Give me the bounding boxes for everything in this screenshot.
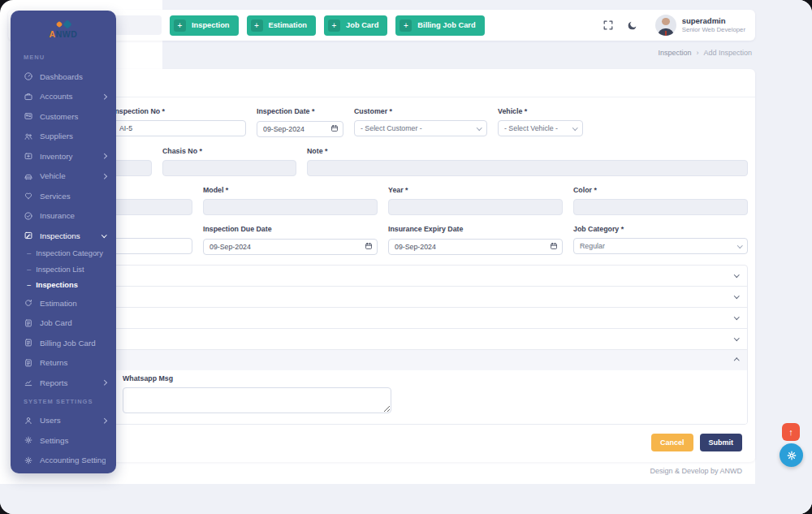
chevron-right-icon (102, 380, 106, 385)
chevron-down-icon (737, 243, 742, 248)
chart-icon (24, 378, 33, 387)
inspection-no-input[interactable] (113, 120, 246, 136)
gear-icon (24, 435, 33, 445)
vehicle-select[interactable]: - Select Vehicle - (498, 120, 583, 136)
sidebar-item-accounts[interactable]: Accounts (11, 87, 116, 107)
add-inspection-button[interactable]: + Inspection (170, 15, 239, 36)
arrow-up-icon: ↑ (788, 427, 793, 437)
sidebar-item-settings[interactable]: Settings (11, 430, 116, 451)
vehicle-field: Vehicle * - Select Vehicle - (498, 107, 583, 137)
chevron-right-icon (102, 174, 106, 179)
gear-icon (786, 450, 797, 461)
chevron-down-icon (477, 125, 482, 130)
fullscreen-icon[interactable] (600, 19, 616, 31)
year-field: Year * (388, 186, 563, 215)
sidebar-item-dashboards[interactable]: Dashboards (11, 67, 116, 87)
add-estimation-button[interactable]: + Estimation (247, 15, 317, 36)
sidebar-nav: MENU Dashboards Accounts Customers Suppl… (11, 49, 116, 467)
sidebar-item-insurance[interactable]: Insurance (11, 206, 116, 227)
chevron-up-icon (734, 358, 739, 363)
accordion-inspection-detail: Inspection Detail (19, 266, 747, 286)
delivery-tech-details-body: Advisor * Select Advisor Whatsapp Msg (19, 370, 747, 424)
sidebar-item-customers[interactable]: Customers (11, 106, 116, 127)
user-icon (24, 416, 33, 425)
user-menu[interactable]: superadmin Senior Web Developer (649, 15, 749, 36)
accordion-technician-remarks-header[interactable]: Technician Remarks (19, 329, 747, 349)
chevron-down-icon (734, 335, 739, 340)
footer-credit: Design & Develop by ANWD (650, 467, 742, 475)
file-icon (24, 358, 33, 368)
sidebar-item-services[interactable]: Services (11, 186, 116, 206)
edit-square-icon (24, 231, 33, 240)
plus-icon: + (328, 19, 340, 32)
sidebar-item-inventory[interactable]: Inventory (11, 146, 116, 166)
sidebar-item-vehicle[interactable]: Vehicle (11, 166, 116, 187)
insurance-icon (24, 211, 33, 221)
sidebar-item-accounting-settings[interactable]: Accounting Settings (11, 451, 116, 468)
inspection-date-field: Inspection Date * (257, 107, 343, 137)
brand-logo-icon (57, 21, 71, 28)
sidebar-item-returns[interactable]: Returns (11, 353, 116, 374)
accordion-delivery-tech-details-header[interactable]: Delivery & Tech Details (19, 350, 747, 370)
sidebar-item-billing-job-card[interactable]: Billing Job Card (11, 333, 116, 353)
breadcrumb: Inspection › Add Inspection (658, 49, 752, 57)
card-footer: Cancel Submit (11, 425, 755, 462)
scroll-to-top-button[interactable]: ↑ (782, 423, 800, 441)
dark-mode-moon-icon[interactable] (624, 19, 641, 31)
form-row-4: Mileage Inspection Due Date Insurance Ex… (18, 225, 748, 255)
support-settings-fab[interactable] (780, 443, 803, 467)
add-job-card-button[interactable]: + Job Card (324, 15, 387, 36)
suppliers-icon (24, 132, 33, 141)
page-head: INSPECTION Inspection › Add Inspection (8, 43, 755, 63)
color-input (573, 199, 748, 215)
sidebar-item-suppliers[interactable]: Suppliers (11, 127, 116, 147)
accordion-job-description: Job Description (19, 286, 747, 307)
chevron-right-icon (102, 94, 106, 99)
insurance-expiry-date-field: Insurance Expiry Date (388, 225, 563, 255)
submit-button[interactable]: Submit (700, 434, 743, 451)
form-row-3: Brand * Model * Year * Color * (18, 186, 748, 215)
add-billing-job-card-button[interactable]: + Billing Job Card (395, 15, 484, 36)
form-row-2: Plate No * Chasis No * Note * (18, 147, 748, 176)
accordion-job-description-header[interactable]: Job Description (19, 287, 747, 307)
sidebar-subitem-inspections[interactable]: – Inspections (11, 278, 116, 294)
sidebar-item-users[interactable]: Users (11, 411, 116, 431)
accordion-technician-remarks: Technician Remarks (19, 328, 747, 349)
customer-field: Customer * - Select Customer - (354, 107, 487, 137)
bottom-band (0, 484, 812, 514)
topbar: + Inspection + Estimation + Job Card + B… (8, 10, 755, 41)
chasis-no-input (162, 160, 296, 176)
car-icon (24, 171, 33, 181)
sidebar-item-estimation[interactable]: Estimation (11, 293, 116, 313)
chevron-right-icon (102, 153, 106, 158)
brand-logo[interactable]: ANWD (11, 21, 116, 39)
accordion-inspection-detail-header[interactable]: Inspection Detail (19, 266, 747, 286)
chevron-down-icon (734, 293, 739, 298)
sidebar-item-reports[interactable]: Reports (11, 373, 116, 393)
sidebar-item-job-card[interactable]: Job Card (11, 313, 116, 334)
cancel-button[interactable]: Cancel (651, 434, 693, 451)
user-role: Senior Web Developer (682, 26, 745, 34)
job-category-field: Job Category * Regular (573, 225, 748, 255)
card-title: Add Inspection (11, 69, 755, 97)
sidebar: ANWD MENU Dashboards Accounts Customers … (11, 11, 116, 473)
inspection-date-input[interactable] (257, 121, 343, 137)
sidebar-item-inspections[interactable]: Inspections (11, 226, 116, 246)
customer-select[interactable]: - Select Customer - (354, 120, 487, 136)
file-icon (24, 318, 33, 328)
add-inspection-card: Add Inspection Branch * Select Branch In… (11, 69, 755, 462)
inspection-no-field: Inspection No * (113, 107, 246, 137)
insurance-expiry-date-input[interactable] (388, 239, 563, 255)
system-section-label: SYSTEM SETTINGS (11, 398, 116, 405)
plus-icon: + (174, 19, 186, 32)
accordion-inspection-category-header[interactable]: Inspection Category (19, 308, 747, 328)
whatsapp-msg-textarea[interactable] (123, 387, 391, 413)
sidebar-subitem-inspection-list[interactable]: – Inspection List (11, 261, 116, 278)
sidebar-subitem-inspection-category[interactable]: – Inspection Category (11, 246, 116, 262)
dashboard-icon (24, 71, 33, 81)
inspection-due-date-input[interactable] (203, 239, 378, 255)
inspection-due-date-field: Inspection Due Date (203, 225, 378, 255)
accordion-delivery-tech-details: Delivery & Tech Details Advisor * Select… (19, 349, 747, 424)
breadcrumb-parent[interactable]: Inspection (658, 49, 691, 57)
job-category-select[interactable]: Regular (573, 238, 748, 254)
